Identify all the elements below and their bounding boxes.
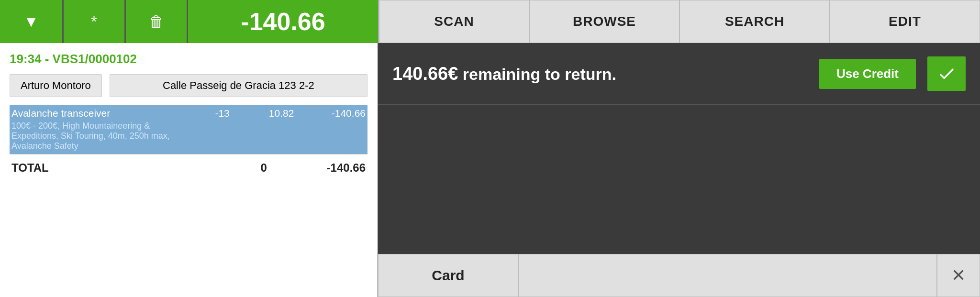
toolbar-right: SCAN BROWSE SEARCH EDIT — [378, 0, 980, 43]
customer-name: Arturo Montoro — [21, 79, 91, 91]
remaining-label: remaining to return. — [463, 65, 616, 83]
order-header: 19:34 - VBS1/0000102 — [10, 52, 368, 66]
item-total: -140.66 — [332, 108, 366, 119]
close-icon: ✕ — [951, 265, 966, 286]
search-button[interactable]: SEARCH — [679, 0, 830, 43]
customer-address: Calle Passeig de Gracia 123 2-2 — [163, 79, 314, 91]
remaining-text: 140.66€ remaining to return. — [392, 64, 808, 84]
browse-button[interactable]: BROWSE — [529, 0, 679, 43]
order-id: 19:34 - VBS1/0000102 — [10, 52, 137, 66]
customer-name-button[interactable]: Arturo Montoro — [10, 74, 102, 97]
browse-label: BROWSE — [573, 14, 636, 29]
edit-button[interactable]: EDIT — [830, 0, 980, 43]
toolbar-left: ▼ * 🗑 -140.66 — [0, 0, 378, 43]
scan-label: SCAN — [434, 14, 474, 29]
use-credit-button[interactable]: Use Credit — [819, 59, 916, 89]
remaining-amount: 140.66€ — [392, 64, 458, 84]
order-total-row: TOTAL 0 -140.66 — [10, 154, 368, 178]
payment-header: 140.66€ remaining to return. Use Credit — [378, 43, 980, 105]
main-content: 19:34 - VBS1/0000102 Arturo Montoro Call… — [0, 43, 980, 297]
asterisk-button[interactable]: * — [62, 0, 124, 43]
search-label: SEARCH — [725, 14, 784, 29]
trash-icon: 🗑 — [149, 13, 164, 31]
order-table: Avalanche transceiver 100€ - 200€, High … — [10, 105, 368, 177]
bottom-payment: Card ✕ — [378, 254, 980, 297]
item-name: Avalanche transceiver — [11, 108, 110, 119]
total-qty: 0 — [260, 161, 267, 174]
item-price: 10.82 — [269, 108, 294, 119]
customer-row: Arturo Montoro Calle Passeig de Gracia 1… — [10, 74, 368, 97]
edit-label: EDIT — [889, 14, 921, 29]
payment-middle — [378, 105, 980, 254]
delete-button[interactable]: 🗑 — [124, 0, 187, 43]
top-toolbar: ▼ * 🗑 -140.66 SCAN BROWSE SEARCH EDIT — [0, 0, 980, 43]
amount-value: -140.66 — [241, 7, 325, 36]
left-panel: 19:34 - VBS1/0000102 Arturo Montoro Call… — [0, 43, 378, 297]
asterisk-icon: * — [91, 13, 97, 31]
right-panel: 140.66€ remaining to return. Use Credit … — [378, 43, 980, 297]
item-qty: -13 — [215, 108, 229, 119]
total-amount: -140.66 — [327, 161, 366, 174]
order-item-row[interactable]: Avalanche transceiver 100€ - 200€, High … — [10, 105, 368, 154]
item-description: 100€ - 200€, High Mountaineering & Exped… — [11, 121, 187, 151]
order-amount: -140.66 — [187, 0, 378, 43]
dropdown-button[interactable]: ▼ — [0, 0, 62, 43]
scan-button[interactable]: SCAN — [379, 0, 529, 43]
payment-input-area — [518, 254, 937, 297]
customer-address-button[interactable]: Calle Passeig de Gracia 123 2-2 — [110, 74, 368, 97]
card-label: Card — [432, 267, 464, 284]
dropdown-icon: ▼ — [23, 13, 39, 31]
confirm-button[interactable] — [927, 56, 966, 91]
card-button[interactable]: Card — [378, 254, 518, 297]
checkmark-icon — [937, 64, 956, 83]
use-credit-label: Use Credit — [836, 66, 899, 81]
total-label: TOTAL — [11, 161, 49, 174]
payment-close-button[interactable]: ✕ — [937, 254, 980, 297]
